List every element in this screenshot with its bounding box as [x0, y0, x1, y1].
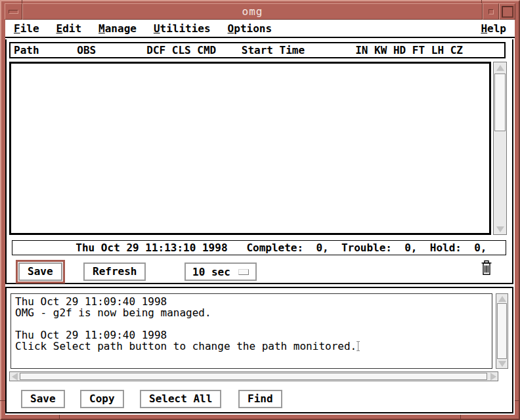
scrollbar-thumb[interactable] [494, 74, 506, 131]
up-arrow-icon [496, 65, 504, 71]
window-title-text: omg [242, 5, 263, 18]
maximize-button[interactable] [499, 3, 515, 20]
monitor-panel: Path OBS DCF CLS CMD Start Time IN KW HD… [5, 39, 513, 284]
scroll-down-arrow[interactable] [494, 224, 506, 234]
log-copy-button[interactable]: Copy [80, 390, 124, 408]
log-panel: Thu Oct 29 11:09:40 1998 OMG - g2f is no… [5, 287, 513, 413]
log-save-button[interactable]: Save [21, 390, 65, 408]
path-list[interactable] [9, 62, 491, 235]
log-text-area[interactable]: Thu Oct 29 11:09:40 1998 OMG - g2f is no… [11, 293, 492, 369]
maximize-icon [502, 6, 513, 18]
text-cursor [358, 341, 362, 351]
left-arrow-icon [12, 373, 18, 381]
menubar: File Edit Manage Utilities Options Help [5, 20, 515, 38]
titlebar[interactable]: omg [5, 3, 515, 20]
option-menu-indicator-icon [238, 269, 249, 275]
scroll-down-arrow[interactable] [496, 359, 508, 368]
refresh-button[interactable]: Refresh [83, 262, 146, 281]
list-vertical-scrollbar[interactable] [493, 62, 507, 235]
menu-edit[interactable]: Edit [56, 22, 82, 35]
frame-separator [460, 415, 461, 420]
log-select-all-button[interactable]: Select All [140, 390, 221, 408]
up-arrow-icon [498, 296, 506, 302]
minimize-icon [488, 9, 494, 14]
log-text-content: Thu Oct 29 11:09:40 1998 OMG - g2f is no… [15, 295, 357, 352]
status-line-text: Thu Oct 29 11:13:10 1998 Complete: 0, Tr… [12, 242, 487, 254]
menu-manage[interactable]: Manage [98, 22, 137, 35]
frame-separator [59, 415, 60, 420]
frame-separator [0, 400, 5, 401]
column-header: Path OBS DCF CLS CMD Start Time IN KW HD… [9, 42, 506, 58]
scrollbar-thumb[interactable] [497, 303, 507, 359]
menu-file[interactable]: File [14, 22, 39, 35]
window-menu-button[interactable] [5, 3, 22, 20]
scroll-up-arrow[interactable] [496, 294, 508, 303]
save-default-ring: Save [16, 260, 65, 284]
window-title: omg [22, 3, 483, 20]
menu-utilities[interactable]: Utilities [154, 22, 211, 35]
right-arrow-icon [490, 373, 496, 381]
trash-icon [479, 260, 494, 277]
scroll-left-arrow[interactable] [10, 372, 19, 381]
save-button[interactable]: Save [18, 262, 62, 281]
minimize-button[interactable] [483, 3, 499, 20]
frame-separator [515, 400, 520, 401]
down-arrow-icon [498, 361, 506, 367]
column-header-text: Path OBS DCF CLS CMD Start Time IN KW HD… [14, 44, 463, 56]
clear-trash-button[interactable] [479, 260, 494, 278]
log-button-row: Save Copy Select All Find [7, 390, 512, 408]
scrollbar-thumb[interactable] [20, 373, 487, 380]
refresh-interval-value: 10 sec [192, 266, 230, 278]
log-vertical-scrollbar[interactable] [496, 293, 508, 369]
log-horizontal-scrollbar[interactable] [9, 371, 498, 381]
refresh-interval-select[interactable]: 10 sec [184, 262, 257, 281]
menu-help[interactable]: Help [481, 22, 506, 35]
down-arrow-icon [496, 226, 504, 232]
log-text: Thu Oct 29 11:09:40 1998 OMG - g2f is no… [15, 296, 492, 352]
scroll-right-arrow[interactable] [488, 372, 498, 381]
menu-options[interactable]: Options [228, 22, 272, 35]
status-line: Thu Oct 29 11:13:10 1998 Complete: 0, Tr… [12, 240, 506, 255]
log-find-button[interactable]: Find [238, 390, 282, 408]
scroll-up-arrow[interactable] [494, 62, 506, 73]
window-content: File Edit Manage Utilities Options Help … [5, 20, 515, 415]
window-menu-icon [9, 10, 18, 14]
